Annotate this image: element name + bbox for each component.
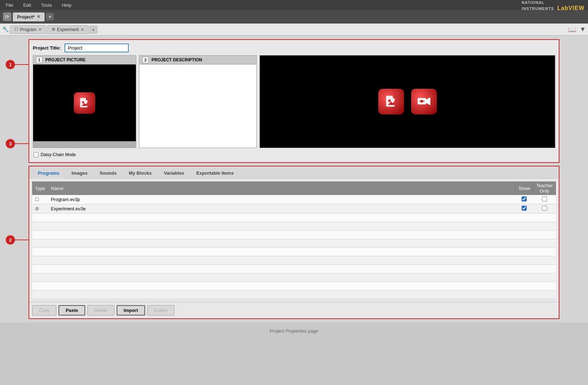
project-title-row: Project Title: [33, 43, 555, 52]
panel-preview [260, 55, 555, 148]
annotation-circle-1: 1 [6, 60, 15, 69]
svg-point-2 [82, 101, 84, 103]
program-tab-icon: ☐ [15, 27, 18, 32]
experiment-tab-close[interactable]: ✕ [81, 27, 84, 32]
program-tab[interactable]: ☐ Program ✕ [10, 25, 46, 34]
menu-tools[interactable]: Tools [39, 1, 54, 9]
import-button[interactable]: Import [117, 305, 145, 315]
project-title-input[interactable] [65, 43, 129, 52]
experiment-tab-icon: ⚙ [52, 27, 55, 32]
project-tab[interactable]: Project* ✕ [13, 12, 45, 21]
teacher-checkbox-1[interactable] [542, 196, 547, 201]
menu-edit[interactable]: Edit [21, 1, 33, 9]
row-show-check[interactable] [516, 195, 533, 204]
table-row: ☐ Program.ev3p [32, 195, 556, 204]
table-area: Type Name Show Teacher Only ☐ Program.ev… [29, 179, 559, 302]
panel-desc-header: 2 PROJECT DESCRIPTION [139, 56, 256, 65]
tab-exportable-items[interactable]: Exportable Items [191, 169, 240, 178]
paste-button[interactable]: Paste [58, 305, 85, 315]
project-panels: 1 PROJECT PICTURE [33, 55, 555, 148]
page-label: Project Properties page [264, 323, 324, 339]
panel-picture-body[interactable] [33, 65, 136, 141]
table-row [32, 282, 556, 291]
export-button[interactable]: Export [147, 305, 174, 315]
table-row [32, 273, 556, 282]
program-tab-label: Program [20, 27, 36, 32]
project-tab-close[interactable]: ✕ [37, 14, 40, 19]
table-row [32, 256, 556, 265]
lower-section: Programs Images Sounds My Blocks Variabl… [29, 166, 559, 319]
teacher-checkbox-2[interactable] [542, 206, 547, 211]
menu-help[interactable]: Help [60, 1, 74, 9]
add-sub-tab-button[interactable]: + [90, 26, 97, 34]
tab-my-blocks[interactable]: My Blocks [123, 169, 157, 178]
panel-picture-footer [33, 141, 136, 148]
book-icon[interactable]: 📖 [567, 25, 577, 35]
show-checkbox-1[interactable] [522, 196, 527, 201]
preview-doc-icon [378, 89, 404, 114]
tab-programs[interactable]: Programs [32, 169, 65, 178]
annotation-3: 3 [6, 139, 29, 148]
annotation-1: 1 [6, 60, 29, 69]
panel-picture-title: PROJECT PICTURE [45, 57, 86, 62]
program-tab-close[interactable]: ✕ [38, 27, 42, 32]
svg-rect-4 [86, 97, 89, 100]
panel-desc-body[interactable] [139, 65, 256, 148]
wrench-icon: 🔧 [2, 26, 9, 33]
project-icon: ⟳ [3, 12, 11, 21]
row-teacher-check[interactable] [533, 195, 556, 204]
annotation-line-2 [15, 240, 29, 240]
tab-variables[interactable]: Variables [158, 169, 190, 178]
table-row [32, 265, 556, 273]
col-type-header: Type [32, 181, 48, 195]
panel-picture-header: 1 PROJECT PICTURE [33, 56, 136, 65]
experiment-tab[interactable]: ⚙ Experiment ✕ [47, 25, 89, 34]
delete-button[interactable]: Delete [87, 305, 114, 315]
table-row [32, 214, 556, 222]
project-title-label: Project Title: [33, 45, 61, 51]
tab-images[interactable]: Images [66, 169, 93, 178]
add-tab-button[interactable]: + [46, 13, 54, 21]
preview-video-icon [411, 89, 437, 114]
daisy-chain-checkbox[interactable] [34, 152, 39, 157]
content-tabs: Programs Images Sounds My Blocks Variabl… [29, 166, 559, 179]
row-teacher-check[interactable] [533, 204, 556, 214]
daisy-chain-label: Daisy-Chain Mode [41, 152, 76, 157]
sub-tab-bar: 🔧 ☐ Program ✕ ⚙ Experiment ✕ + 📖 ▼ [0, 24, 588, 36]
row-type-icon: ⚙ [32, 204, 48, 214]
table-row [32, 231, 556, 239]
daisy-chain-row: Daisy-Chain Mode [33, 151, 555, 159]
bottom-buttons: Copy Paste Delete Import Export [29, 302, 559, 318]
panel-description: 2 PROJECT DESCRIPTION [139, 55, 257, 148]
programs-table: Type Name Show Teacher Only ☐ Program.ev… [32, 181, 556, 299]
panel-desc-num: 2 [142, 57, 149, 63]
col-teacher-header: Teacher Only [533, 181, 556, 195]
panel-picture-num: 1 [36, 57, 42, 63]
menu-bar: File Edit Tools Help NATIONALINSTRUMENTS… [0, 0, 588, 10]
col-name-header: Name [48, 181, 516, 195]
svg-rect-12 [419, 101, 425, 102]
table-row [32, 248, 556, 256]
row-name: Experiment.ev3e [48, 204, 516, 214]
table-row: ⚙ Experiment.ev3e [32, 204, 556, 214]
row-show-check[interactable] [516, 204, 533, 214]
table-row [32, 222, 556, 231]
tab-sounds[interactable]: Sounds [94, 169, 123, 178]
svg-point-6 [388, 99, 390, 102]
labview-logo: NATIONALINSTRUMENTS LabVIEW [522, 0, 584, 11]
experiment-tab-label: Experiment [57, 27, 79, 32]
annotation-circle-2: 2 [6, 235, 15, 245]
menu-file[interactable]: File [4, 1, 15, 9]
picture-icon [74, 92, 95, 114]
annotation-2: 2 [6, 235, 29, 245]
show-checkbox-2[interactable] [522, 206, 527, 211]
upper-section: Project Title: 1 PROJECT PICTURE [29, 39, 559, 163]
row-type-icon: ☐ [32, 195, 48, 204]
panel-picture: 1 PROJECT PICTURE [33, 55, 136, 148]
copy-button[interactable]: Copy [32, 305, 56, 315]
dropdown-arrow-icon[interactable]: ▼ [579, 26, 586, 33]
table-row [32, 239, 556, 248]
svg-marker-10 [426, 97, 430, 105]
table-row [32, 291, 556, 299]
svg-rect-8 [393, 95, 396, 98]
